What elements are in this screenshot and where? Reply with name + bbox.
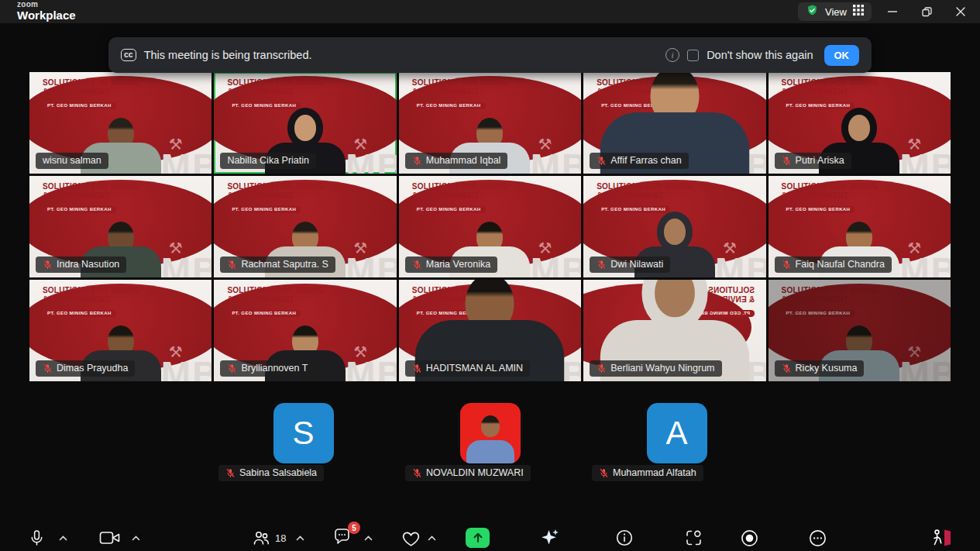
- virtual-background-text: SOLUTIONS FOR MINING& ENVIRONMENT PT. GE…: [782, 182, 879, 214]
- video-button[interactable]: [99, 525, 120, 551]
- video-tile-2[interactable]: SOLUTIONS FOR MINING& ENVIRONMENT PT. GE…: [214, 72, 396, 174]
- record-button[interactable]: [740, 525, 759, 551]
- audio-only-tile-2[interactable]: NOVALDIN MUZWARI: [399, 384, 581, 486]
- video-tile-11[interactable]: SOLUTIONS FOR MINING& ENVIRONMENT PT. GE…: [29, 280, 211, 381]
- muted-mic-icon: [227, 260, 237, 270]
- chevron-up-icon: [428, 536, 436, 541]
- transcription-message: This meeting is being transcribed.: [144, 49, 312, 61]
- audio-only-tile-1[interactable]: S Sabina Salsabiela: [212, 384, 394, 486]
- gallery-grid-icon: [853, 5, 864, 19]
- virtual-background-text: SOLUTIONS FOR MINING& ENVIRONMENT PT. GE…: [412, 78, 509, 110]
- video-tile-6[interactable]: SOLUTIONS FOR MINING& ENVIRONMENT PT. GE…: [29, 176, 211, 277]
- meeting-info-button[interactable]: [615, 525, 634, 551]
- video-tile-1[interactable]: SOLUTIONS FOR MINING& ENVIRONMENT PT. GE…: [29, 72, 211, 174]
- video-tile-9[interactable]: SOLUTIONS FOR MINING& ENVIRONMENT PT. GE…: [583, 176, 765, 277]
- transcription-banner: cc This meeting is being transcribed. i …: [108, 37, 872, 73]
- participant-name-tag: NOVALDIN MUZWARI: [405, 465, 531, 481]
- record-icon: [740, 529, 759, 548]
- closed-caption-icon: cc: [121, 49, 136, 62]
- video-tile-8[interactable]: SOLUTIONS FOR MINING& ENVIRONMENT PT. GE…: [399, 176, 581, 277]
- participant-name-tag: wisnu salman: [36, 153, 108, 169]
- participant-name-tag: Maria Veronika: [405, 257, 497, 273]
- apps-button[interactable]: [684, 525, 703, 551]
- video-tile-15[interactable]: SOLUTIONS FOR MINING& ENVIRONMENT PT. GE…: [769, 280, 951, 381]
- gallery-grid: SOLUTIONS FOR MINING& ENVIRONMENT PT. GE…: [29, 72, 951, 381]
- participant-count: 18: [275, 532, 286, 544]
- share-screen-button[interactable]: [466, 525, 490, 551]
- zoom-meeting-window: zoom Workplace View: [0, 0, 980, 551]
- muted-mic-icon: [782, 363, 792, 374]
- audio-only-tile-3[interactable]: A Muhammad Alfatah: [586, 384, 768, 486]
- chevron-up-icon: [132, 536, 140, 541]
- video-options-chevron[interactable]: [132, 525, 140, 551]
- reactions-button[interactable]: [401, 525, 421, 551]
- security-shield-icon: [806, 4, 819, 20]
- leave-meeting-button[interactable]: [930, 525, 953, 551]
- muted-mic-icon: [597, 363, 607, 374]
- video-tile-5[interactable]: SOLUTIONS FOR MINING& ENVIRONMENT PT. GE…: [769, 72, 951, 174]
- heart-icon: [401, 529, 421, 547]
- minimize-button[interactable]: [879, 2, 906, 22]
- muted-mic-icon: [782, 156, 792, 166]
- video-tile-13[interactable]: SOLUTIONS FOR MINING& ENVIRONMENT PT. GE…: [399, 280, 581, 381]
- more-button[interactable]: [808, 525, 827, 551]
- profile-photo: [460, 403, 521, 463]
- virtual-background-text: SOLUTIONS FOR MINING& ENVIRONMENT PT. GE…: [227, 182, 324, 214]
- video-tile-3[interactable]: SOLUTIONS FOR MINING& ENVIRONMENT PT. GE…: [399, 72, 581, 174]
- close-button[interactable]: [947, 2, 974, 22]
- avatar: S: [273, 403, 334, 463]
- chat-chevron[interactable]: [364, 525, 373, 551]
- muted-mic-icon: [412, 156, 422, 166]
- video-tile-14[interactable]: SOLUTIONS FOR MINING& ENVIRONMENT PT. GE…: [583, 280, 765, 381]
- mute-options-chevron[interactable]: [59, 525, 67, 551]
- video-tile-10[interactable]: SOLUTIONS FOR MINING& ENVIRONMENT PT. GE…: [769, 176, 951, 277]
- more-ellipsis-icon: [808, 529, 827, 548]
- participants-button[interactable]: 18: [252, 525, 286, 551]
- ai-companion-button[interactable]: [540, 525, 560, 551]
- virtual-background-text: SOLUTIONS FOR MINING& ENVIRONMENT PT. GE…: [412, 182, 509, 214]
- muted-mic-icon: [782, 260, 792, 270]
- video-tile-7[interactable]: SOLUTIONS FOR MINING& ENVIRONMENT PT. GE…: [214, 176, 396, 277]
- muted-mic-icon: [599, 468, 609, 478]
- mute-button[interactable]: [28, 525, 46, 551]
- participant-name-tag: Berliani Wahyu Ningrum: [590, 360, 721, 377]
- participants-chevron[interactable]: [296, 525, 304, 551]
- virtual-background-text: SOLUTIONS FOR MINING& ENVIRONMENT PT. GE…: [43, 182, 139, 214]
- zoom-workplace-logo: zoom Workplace: [17, 1, 76, 21]
- muted-mic-icon: [412, 468, 422, 478]
- chevron-up-icon: [59, 536, 67, 541]
- reactions-chevron[interactable]: [428, 525, 436, 551]
- muted-mic-icon: [227, 363, 237, 374]
- ok-button[interactable]: OK: [824, 45, 860, 66]
- participant-name-tag: Affif Farras chan: [590, 153, 688, 169]
- participants-icon: [252, 529, 270, 547]
- virtual-background-text: SOLUTIONS FOR MINING& ENVIRONMENT PT. GE…: [43, 78, 139, 110]
- share-up-arrow-icon: [472, 532, 484, 544]
- participant-name-tag: Ricky Kusuma: [775, 360, 865, 377]
- dont-show-again-label: Don't show this again: [707, 49, 813, 61]
- virtual-background-text: SOLUTIONS FOR MINING& ENVIRONMENT PT. GE…: [782, 78, 879, 110]
- audio-only-row: S Sabina Salsabiela NOVALDIN MUZWARI A M…: [212, 384, 768, 486]
- video-tile-12[interactable]: SOLUTIONS FOR MINING& ENVIRONMENT PT. GE…: [214, 280, 396, 381]
- dont-show-again-checkbox[interactable]: [687, 50, 699, 61]
- muted-mic-icon: [43, 363, 53, 374]
- video-camera-icon: [99, 529, 120, 546]
- muted-mic-icon: [225, 468, 236, 478]
- virtual-background-text: SOLUTIONS FOR MINING& ENVIRONMENT PT. GE…: [597, 182, 693, 214]
- avatar: [460, 403, 521, 463]
- muted-mic-icon: [597, 260, 607, 270]
- restore-button[interactable]: [913, 2, 940, 22]
- transcription-info-icon[interactable]: i: [665, 48, 679, 62]
- logo-workplace-text: Workplace: [17, 9, 76, 21]
- chat-button[interactable]: 5: [333, 525, 353, 551]
- info-icon: [615, 529, 634, 547]
- video-tile-4[interactable]: SOLUTIONS FOR MINING& ENVIRONMENT PT. GE…: [583, 72, 765, 174]
- participant-name-tag: Putri Ariska: [775, 153, 851, 169]
- participant-name-tag: Faiq Naufal Chandra: [775, 257, 892, 273]
- view-button[interactable]: View: [798, 2, 872, 21]
- participant-name-tag: Brylliannoven T: [220, 360, 315, 377]
- background-red-dome: [769, 284, 951, 371]
- virtual-background-text: SOLUTIONS FOR MINING& ENVIRONMENT PT. GE…: [782, 286, 879, 318]
- view-label: View: [825, 6, 847, 18]
- participant-name-tag: Muhammad Alfatah: [592, 465, 703, 481]
